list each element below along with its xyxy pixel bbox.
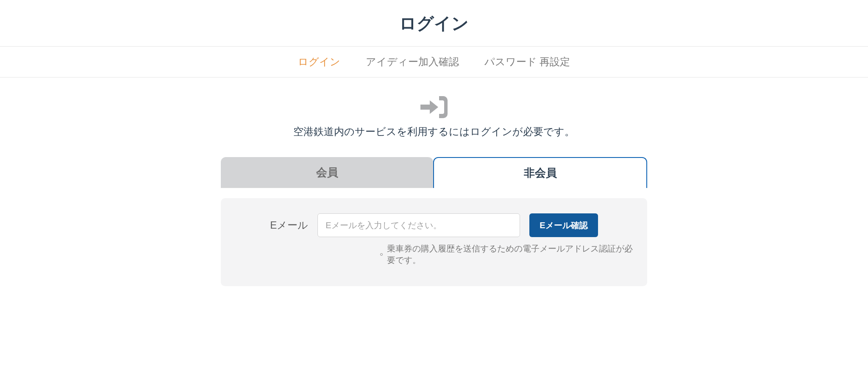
nav-id-check[interactable]: アイディー加入確認 — [366, 55, 459, 69]
tab-row: 会員 非会員 — [221, 157, 647, 188]
email-row: Eメール Eメール確認 — [233, 213, 635, 237]
nav-login[interactable]: ログイン — [298, 55, 340, 69]
nav-bar: ログイン アイディー加入確認 パスワード 再設定 — [0, 46, 868, 77]
bullet-icon — [380, 253, 383, 256]
login-icon-wrap — [0, 77, 868, 125]
login-arrow-icon — [420, 96, 448, 118]
email-label: Eメール — [270, 218, 308, 232]
email-hint-text: 乗車券の購入履歴を送信するための電子メールアドレス認証が必要です。 — [387, 243, 635, 266]
nav-password-reset[interactable]: パスワード 再設定 — [484, 55, 570, 69]
tab-member[interactable]: 会員 — [221, 157, 433, 188]
page-title: ログイン — [0, 0, 868, 46]
email-input[interactable] — [317, 213, 520, 237]
email-hint-row: 乗車券の購入履歴を送信するための電子メールアドレス認証が必要です。 — [233, 237, 635, 266]
nonmember-form-panel: Eメール Eメール確認 乗車券の購入履歴を送信するための電子メールアドレス認証が… — [221, 198, 647, 286]
tab-nonmember[interactable]: 非会員 — [433, 157, 647, 188]
email-confirm-button[interactable]: Eメール確認 — [529, 213, 598, 237]
login-info-text: 空港鉄道内のサービスを利用するにはログインが必要です。 — [0, 125, 868, 157]
